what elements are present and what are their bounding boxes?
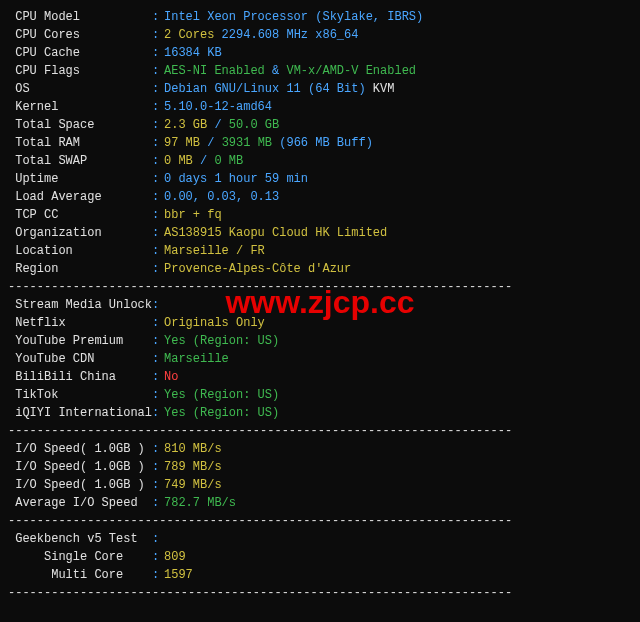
value: Yes (Region: US) [164, 332, 279, 350]
colon: : [152, 170, 164, 188]
colon: : [152, 548, 164, 566]
value: Provence-Alpes-Côte d'Azur [164, 260, 351, 278]
value: Marseille / FR [164, 242, 265, 260]
row-load: Load Average:0.00, 0.03, 0.13 [8, 188, 632, 206]
value: bbr + fq [164, 206, 222, 224]
row-swap: Total SWAP:0 MB / 0 MB [8, 152, 632, 170]
divider: ----------------------------------------… [8, 422, 632, 440]
value: 809 [164, 548, 186, 566]
label: TikTok [8, 386, 152, 404]
label: iQIYI International [8, 404, 152, 422]
label: Organization [8, 224, 152, 242]
value-hyper: KVM [366, 80, 395, 98]
label: I/O Speed( 1.0GB ) [8, 458, 152, 476]
row-cpu-flags: CPU Flags:AES-NI Enabled & VM-x/AMD-V En… [8, 62, 632, 80]
row-uptime: Uptime:0 days 1 hour 59 min [8, 170, 632, 188]
colon: : [152, 62, 164, 80]
label: Single Core [8, 548, 152, 566]
value-used: 2.3 GB [164, 116, 207, 134]
row-iqiyi: iQIYI International:Yes (Region: US) [8, 404, 632, 422]
value: 0 days 1 hour 59 min [164, 170, 308, 188]
label: TCP CC [8, 206, 152, 224]
label: Geekbench v5 Test [8, 530, 152, 548]
colon: : [152, 8, 164, 26]
colon: : [152, 566, 164, 584]
value-aes: AES-NI Enabled [164, 62, 265, 80]
colon: : [152, 530, 164, 548]
label: I/O Speed( 1.0GB ) [8, 476, 152, 494]
value: 5.10.0-12-amd64 [164, 98, 272, 116]
geekbench-section: Geekbench v5 Test: Single Core:809 Multi… [8, 530, 632, 584]
row-single-core: Single Core:809 [8, 548, 632, 566]
value-buff: (966 MB Buff) [272, 134, 373, 152]
colon: : [152, 188, 164, 206]
label: Kernel [8, 98, 152, 116]
colon: : [152, 44, 164, 62]
colon: : [152, 332, 164, 350]
label: YouTube CDN [8, 350, 152, 368]
value-used: 0 MB [164, 152, 193, 170]
row-bilibili: BiliBili China:No [8, 368, 632, 386]
row-kernel: Kernel:5.10.0-12-amd64 [8, 98, 632, 116]
colon: : [152, 26, 164, 44]
value: 16384 KB [164, 44, 222, 62]
value: 0.00, 0.03, 0.13 [164, 188, 279, 206]
colon: : [152, 296, 164, 314]
row-io-avg: Average I/O Speed:782.7 MB/s [8, 494, 632, 512]
colon: : [152, 80, 164, 98]
colon: : [152, 476, 164, 494]
value-total: 50.0 GB [229, 116, 279, 134]
label: Load Average [8, 188, 152, 206]
sep: / [193, 152, 215, 170]
label: Average I/O Speed [8, 494, 152, 512]
label: Total SWAP [8, 152, 152, 170]
value-used: 97 MB [164, 134, 200, 152]
sep: / [207, 116, 229, 134]
label: OS [8, 80, 152, 98]
value-total: 0 MB [214, 152, 243, 170]
value-count: 2 Cores [164, 26, 214, 44]
label: CPU Cache [8, 44, 152, 62]
geekbench-header: Geekbench v5 Test: [8, 530, 632, 548]
colon: : [152, 458, 164, 476]
colon: : [152, 404, 164, 422]
row-region: Region:Provence-Alpes-Côte d'Azur [8, 260, 632, 278]
colon: : [152, 314, 164, 332]
row-cpu-cores: CPU Cores:2 Cores 2294.608 MHz x86_64 [8, 26, 632, 44]
row-youtube-premium: YouTube Premium:Yes (Region: US) [8, 332, 632, 350]
label: Multi Core [8, 566, 152, 584]
colon: : [152, 494, 164, 512]
row-ram: Total RAM:97 MB / 3931 MB (966 MB Buff) [8, 134, 632, 152]
sysinfo-section: CPU Model:Intel Xeon Processor (Skylake,… [8, 8, 632, 278]
value: AS138915 Kaopu Cloud HK Limited [164, 224, 387, 242]
label: YouTube Premium [8, 332, 152, 350]
value: 810 MB/s [164, 440, 222, 458]
row-io-1: I/O Speed( 1.0GB ):810 MB/s [8, 440, 632, 458]
label: Location [8, 242, 152, 260]
colon: : [152, 134, 164, 152]
row-cpu-cache: CPU Cache:16384 KB [8, 44, 632, 62]
value: 749 MB/s [164, 476, 222, 494]
row-org: Organization:AS138915 Kaopu Cloud HK Lim… [8, 224, 632, 242]
label: I/O Speed( 1.0GB ) [8, 440, 152, 458]
row-multi-core: Multi Core:1597 [8, 566, 632, 584]
row-tcp: TCP CC:bbr + fq [8, 206, 632, 224]
colon: : [152, 116, 164, 134]
row-netflix: Netflix:Originals Only [8, 314, 632, 332]
stream-header: Stream Media Unlock: [8, 296, 632, 314]
colon: : [152, 98, 164, 116]
colon: : [152, 224, 164, 242]
divider: ----------------------------------------… [8, 512, 632, 530]
colon: : [152, 260, 164, 278]
colon: : [152, 206, 164, 224]
value: Originals Only [164, 314, 265, 332]
label: BiliBili China [8, 368, 152, 386]
row-location: Location:Marseille / FR [8, 242, 632, 260]
value-freq: 2294.608 MHz x86_64 [214, 26, 358, 44]
colon: : [152, 242, 164, 260]
value-vmx: VM-x/AMD-V Enabled [286, 62, 416, 80]
value: Yes (Region: US) [164, 386, 279, 404]
value: Intel Xeon Processor (Skylake, IBRS) [164, 8, 423, 26]
value-amp: & [265, 62, 287, 80]
value-os: Debian GNU/Linux 11 (64 Bit) [164, 80, 366, 98]
